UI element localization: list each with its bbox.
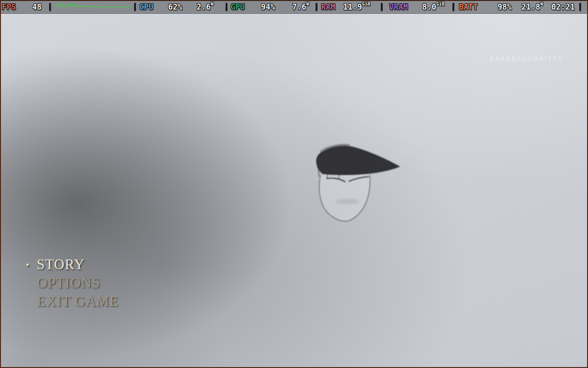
- gpu-power-unit: W: [306, 1, 309, 6]
- cpu-label: CPU: [139, 0, 153, 14]
- menu-item-story[interactable]: • STORY: [26, 255, 119, 274]
- battery-power-unit: W: [540, 1, 543, 6]
- cpu-power-unit: W: [211, 1, 214, 6]
- battery-label: BATT: [459, 0, 478, 14]
- gpu-power: 7.6W: [292, 0, 309, 14]
- cpu-power-value: 2.6: [197, 2, 211, 12]
- menu-item-options[interactable]: • OPTIONS: [26, 274, 119, 292]
- ram-used-value: 11.9: [343, 2, 362, 12]
- vram-unit: GiB: [436, 1, 445, 6]
- cpu-load: 62%: [168, 0, 182, 14]
- watermark-text: BARBECUEDKITTY: [490, 55, 563, 62]
- battery-time: 02:21: [551, 0, 575, 14]
- separator-bar: [381, 3, 383, 11]
- battery-power-value: 21.8: [521, 2, 540, 12]
- vram-used: 8.0GiB: [422, 0, 445, 14]
- separator-bar: [226, 3, 227, 11]
- gpu-load: 94%: [261, 0, 275, 14]
- menu-item-label: STORY: [37, 256, 85, 272]
- gpu-label: GPU: [231, 0, 245, 14]
- separator-bar: [579, 3, 581, 11]
- separator-bar: [452, 3, 454, 11]
- frametime-graph: [56, 0, 131, 9]
- ram-label: RAM: [321, 0, 335, 14]
- vram-label: VRAM: [389, 0, 408, 14]
- menu-item-label: EXIT GAME: [37, 293, 119, 309]
- ram-used: 11.9GiB: [343, 0, 370, 14]
- cpu-power: 2.6W: [197, 0, 214, 14]
- gpu-power-value: 7.6: [292, 2, 306, 12]
- fps-label: FPS: [2, 0, 16, 14]
- menu-item-label: OPTIONS: [37, 275, 100, 291]
- main-menu: • STORY • OPTIONS • EXIT GAME: [26, 255, 119, 310]
- battery-power: 21.8W: [521, 0, 543, 14]
- fps-value: 48: [32, 0, 41, 14]
- performance-hud-bar: FPS 48 CPU 62% 2.6W GPU 94% 7.6W RAM 11.…: [0, 0, 588, 14]
- menu-item-exit-game[interactable]: • EXIT GAME: [26, 292, 119, 310]
- separator-bar: [134, 3, 136, 11]
- ram-unit: GiB: [362, 1, 370, 6]
- selection-bullet-icon: •: [26, 256, 30, 274]
- vram-used-value: 8.0: [422, 2, 436, 12]
- separator-bar: [316, 3, 317, 11]
- battery-percent: 98%: [498, 0, 512, 14]
- separator-bar: [49, 3, 51, 11]
- face-illustration: [307, 137, 410, 227]
